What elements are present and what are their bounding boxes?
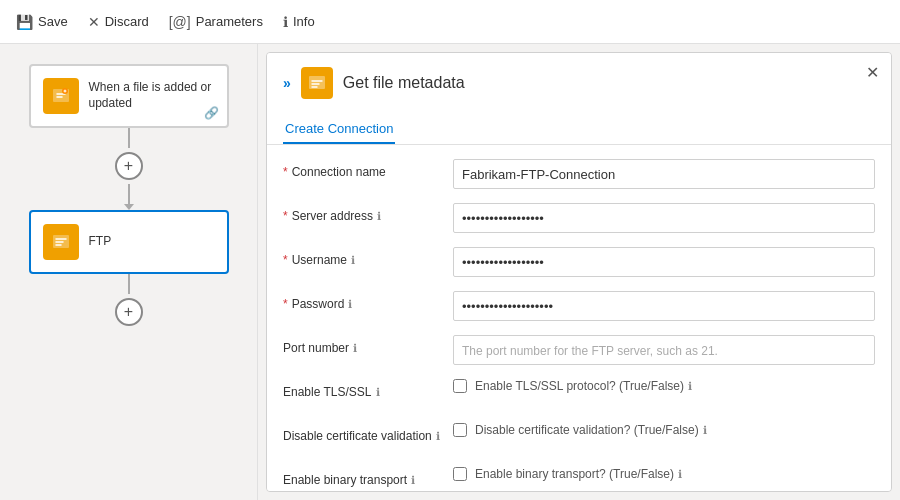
connection-name-row: Connection name (283, 159, 875, 191)
enable-binary-checkbox-row: Enable binary transport? (True/False) ℹ (453, 467, 875, 481)
enable-binary-checkbox[interactable] (453, 467, 467, 481)
info-icon: ℹ (283, 14, 288, 30)
discard-button[interactable]: ✕ Discard (88, 14, 149, 30)
password-field (453, 291, 875, 321)
save-button[interactable]: 💾 Save (16, 14, 68, 30)
disable-cert-label: Disable certificate validation ℹ (283, 423, 453, 443)
password-info-icon[interactable]: ℹ (348, 298, 352, 311)
enable-binary-field: Enable binary transport? (True/False) ℹ (453, 467, 875, 481)
parameters-label: Parameters (196, 14, 263, 29)
trigger-card-text: When a file is added or updated (89, 80, 215, 111)
enable-binary-label: Enable binary transport ℹ (283, 467, 453, 487)
connector-line-2 (128, 184, 130, 204)
trigger-icon (43, 78, 79, 114)
password-input[interactable] (453, 291, 875, 321)
ftp-card-text: FTP (89, 234, 112, 250)
panel-header: » Get file metadata ✕ (267, 53, 891, 99)
enable-binary-info-icon[interactable]: ℹ (411, 474, 415, 487)
enable-tls-field: Enable TLS/SSL protocol? (True/False) ℹ (453, 379, 875, 393)
port-number-input[interactable] (453, 335, 875, 365)
form-body: Connection name Server address ℹ (267, 145, 891, 492)
connector-line-3 (128, 274, 130, 294)
toolbar: 💾 Save ✕ Discard [@] Parameters ℹ Info (0, 0, 900, 44)
connection-name-field (453, 159, 875, 189)
enable-tls-label: Enable TLS/SSL ℹ (283, 379, 453, 399)
server-address-field (453, 203, 875, 233)
enable-binary-row: Enable binary transport ℹ Enable binary … (283, 467, 875, 492)
close-button[interactable]: ✕ (866, 63, 879, 82)
connection-name-label: Connection name (283, 159, 453, 179)
disable-cert-info-icon[interactable]: ℹ (436, 430, 440, 443)
discard-icon: ✕ (88, 14, 100, 30)
enable-tls-row: Enable TLS/SSL ℹ Enable TLS/SSL protocol… (283, 379, 875, 411)
disable-cert-field: Disable certificate validation? (True/Fa… (453, 423, 875, 437)
form-panel: » Get file metadata ✕ Create Connection … (266, 52, 892, 492)
main-area: When a file is added or updated 🔗 + FTP … (0, 44, 900, 500)
panel-header-icon (301, 67, 333, 99)
username-input[interactable] (453, 247, 875, 277)
enable-tls-checkbox[interactable] (453, 379, 467, 393)
discard-label: Discard (105, 14, 149, 29)
password-row: Password ℹ (283, 291, 875, 323)
parameters-button[interactable]: [@] Parameters (169, 14, 263, 30)
password-label: Password ℹ (283, 291, 453, 311)
parameters-icon: [@] (169, 14, 191, 30)
enable-tls-checkbox-row: Enable TLS/SSL protocol? (True/False) ℹ (453, 379, 875, 393)
add-step-button-2[interactable]: + (115, 298, 143, 326)
disable-cert-checkbox-info-icon[interactable]: ℹ (703, 424, 707, 437)
enable-tls-info-icon[interactable]: ℹ (376, 386, 380, 399)
ftp-card[interactable]: FTP (29, 210, 229, 274)
connector-line-1 (128, 128, 130, 148)
server-address-label: Server address ℹ (283, 203, 453, 223)
panel-title: Get file metadata (343, 74, 875, 92)
info-label: Info (293, 14, 315, 29)
save-label: Save (38, 14, 68, 29)
server-address-input[interactable] (453, 203, 875, 233)
port-number-info-icon[interactable]: ℹ (353, 342, 357, 355)
username-field (453, 247, 875, 277)
connection-name-input[interactable] (453, 159, 875, 189)
trigger-card[interactable]: When a file is added or updated 🔗 (29, 64, 229, 128)
info-button[interactable]: ℹ Info (283, 14, 315, 30)
panel-chevron: » (283, 75, 291, 91)
save-icon: 💾 (16, 14, 33, 30)
server-address-info-icon[interactable]: ℹ (377, 210, 381, 223)
port-number-row: Port number ℹ (283, 335, 875, 367)
username-label: Username ℹ (283, 247, 453, 267)
enable-tls-checkbox-info-icon[interactable]: ℹ (688, 380, 692, 393)
username-info-icon[interactable]: ℹ (351, 254, 355, 267)
tab-bar: Create Connection (267, 105, 891, 145)
server-address-row: Server address ℹ (283, 203, 875, 235)
username-row: Username ℹ (283, 247, 875, 279)
port-number-field (453, 335, 875, 365)
disable-cert-checkbox-row: Disable certificate validation? (True/Fa… (453, 423, 875, 437)
port-number-label: Port number ℹ (283, 335, 453, 355)
canvas-panel: When a file is added or updated 🔗 + FTP … (0, 44, 258, 500)
disable-cert-checkbox[interactable] (453, 423, 467, 437)
enable-binary-checkbox-info-icon[interactable]: ℹ (678, 468, 682, 481)
add-step-button-1[interactable]: + (115, 152, 143, 180)
disable-cert-row: Disable certificate validation ℹ Disable… (283, 423, 875, 455)
tab-create-connection[interactable]: Create Connection (283, 115, 395, 144)
link-icon: 🔗 (204, 106, 219, 120)
ftp-icon (43, 224, 79, 260)
